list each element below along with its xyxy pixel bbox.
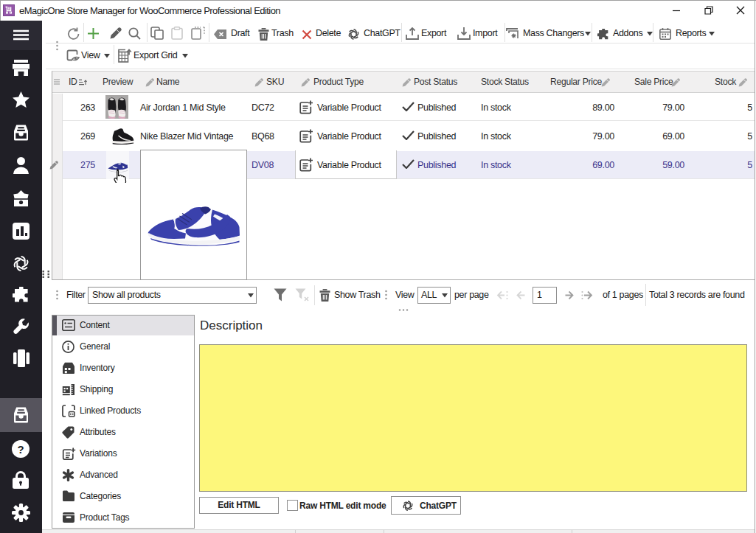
svg-text:?: ? <box>17 443 24 456</box>
